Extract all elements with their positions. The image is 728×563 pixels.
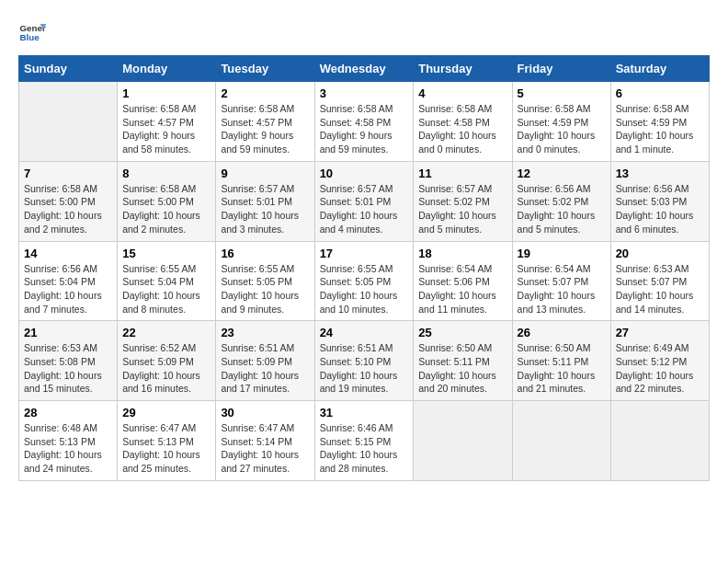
header-thursday: Thursday [414, 56, 512, 82]
day-number: 14 [24, 247, 112, 260]
day-info: Sunrise: 6:57 AMSunset: 5:01 PMDaylight:… [320, 182, 409, 236]
week-row-1: 1Sunrise: 6:58 AMSunset: 4:57 PMDaylight… [19, 82, 710, 162]
day-info: Sunrise: 6:58 AMSunset: 4:59 PMDaylight:… [518, 102, 606, 156]
calendar-cell: 5Sunrise: 6:58 AMSunset: 4:59 PMDaylight… [512, 82, 610, 162]
day-number: 2 [221, 86, 309, 100]
calendar-cell: 17Sunrise: 6:55 AMSunset: 5:05 PMDayligh… [314, 241, 414, 321]
day-number: 9 [221, 167, 309, 180]
calendar-cell [512, 401, 610, 481]
logo-icon: General Blue [18, 18, 46, 46]
header-friday: Friday [512, 56, 610, 82]
day-number: 3 [320, 86, 409, 100]
calendar-cell: 30Sunrise: 6:47 AMSunset: 5:14 PMDayligh… [216, 401, 314, 481]
calendar-cell: 12Sunrise: 6:56 AMSunset: 5:02 PMDayligh… [512, 161, 610, 241]
day-info: Sunrise: 6:57 AMSunset: 5:02 PMDaylight:… [418, 182, 506, 236]
calendar-cell: 27Sunrise: 6:49 AMSunset: 5:12 PMDayligh… [610, 321, 709, 401]
calendar-cell: 4Sunrise: 6:58 AMSunset: 4:58 PMDaylight… [414, 82, 512, 162]
calendar-cell: 25Sunrise: 6:50 AMSunset: 5:11 PMDayligh… [414, 321, 512, 401]
day-number: 15 [122, 247, 210, 260]
day-info: Sunrise: 6:55 AMSunset: 5:04 PMDaylight:… [122, 262, 210, 316]
day-info: Sunrise: 6:56 AMSunset: 5:03 PMDaylight:… [616, 182, 704, 236]
day-number: 16 [221, 247, 309, 260]
day-number: 10 [320, 167, 409, 180]
day-info: Sunrise: 6:50 AMSunset: 5:11 PMDaylight:… [518, 341, 606, 396]
day-info: Sunrise: 6:54 AMSunset: 5:06 PMDaylight:… [418, 262, 506, 316]
calendar-cell: 21Sunrise: 6:53 AMSunset: 5:08 PMDayligh… [19, 321, 118, 401]
day-info: Sunrise: 6:58 AMSunset: 5:00 PMDaylight:… [24, 182, 112, 236]
calendar-cell: 9Sunrise: 6:57 AMSunset: 5:01 PMDaylight… [216, 161, 314, 241]
week-row-4: 21Sunrise: 6:53 AMSunset: 5:08 PMDayligh… [19, 321, 710, 401]
day-info: Sunrise: 6:55 AMSunset: 5:05 PMDaylight:… [320, 262, 409, 316]
calendar-cell [610, 401, 709, 481]
day-number: 7 [24, 167, 112, 180]
logo: General Blue [18, 18, 50, 46]
day-info: Sunrise: 6:51 AMSunset: 5:10 PMDaylight:… [320, 341, 409, 396]
day-info: Sunrise: 6:58 AMSunset: 4:57 PMDaylight:… [221, 102, 309, 156]
day-number: 19 [518, 247, 606, 260]
calendar-cell [19, 82, 118, 162]
day-info: Sunrise: 6:51 AMSunset: 5:09 PMDaylight:… [221, 341, 309, 396]
day-info: Sunrise: 6:47 AMSunset: 5:14 PMDaylight:… [221, 421, 309, 476]
day-info: Sunrise: 6:46 AMSunset: 5:15 PMDaylight:… [320, 421, 409, 476]
day-info: Sunrise: 6:58 AMSunset: 5:00 PMDaylight:… [122, 182, 210, 236]
calendar-cell: 19Sunrise: 6:54 AMSunset: 5:07 PMDayligh… [512, 241, 610, 321]
day-info: Sunrise: 6:55 AMSunset: 5:05 PMDaylight:… [221, 262, 309, 316]
calendar-cell: 11Sunrise: 6:57 AMSunset: 5:02 PMDayligh… [414, 161, 512, 241]
day-number: 28 [24, 406, 112, 419]
calendar-cell: 23Sunrise: 6:51 AMSunset: 5:09 PMDayligh… [216, 321, 314, 401]
header-sunday: Sunday [19, 56, 118, 82]
calendar-cell: 20Sunrise: 6:53 AMSunset: 5:07 PMDayligh… [610, 241, 709, 321]
day-number: 17 [320, 247, 409, 260]
calendar-cell: 2Sunrise: 6:58 AMSunset: 4:57 PMDaylight… [216, 82, 314, 162]
calendar-cell: 8Sunrise: 6:58 AMSunset: 5:00 PMDaylight… [118, 161, 216, 241]
calendar-cell: 16Sunrise: 6:55 AMSunset: 5:05 PMDayligh… [216, 241, 314, 321]
calendar-cell: 29Sunrise: 6:47 AMSunset: 5:13 PMDayligh… [118, 401, 216, 481]
calendar-cell: 24Sunrise: 6:51 AMSunset: 5:10 PMDayligh… [314, 321, 414, 401]
day-number: 12 [518, 167, 606, 180]
calendar-cell [414, 401, 512, 481]
calendar-cell: 22Sunrise: 6:52 AMSunset: 5:09 PMDayligh… [118, 321, 216, 401]
calendar-cell: 6Sunrise: 6:58 AMSunset: 4:59 PMDaylight… [610, 82, 709, 162]
calendar-cell: 18Sunrise: 6:54 AMSunset: 5:06 PMDayligh… [414, 241, 512, 321]
header-tuesday: Tuesday [216, 56, 314, 82]
calendar-cell: 13Sunrise: 6:56 AMSunset: 5:03 PMDayligh… [610, 161, 709, 241]
svg-text:Blue: Blue [20, 32, 40, 42]
day-number: 26 [518, 326, 606, 339]
day-number: 20 [616, 247, 704, 260]
calendar-header-row: SundayMondayTuesdayWednesdayThursdayFrid… [19, 56, 710, 82]
day-number: 29 [122, 406, 210, 419]
day-number: 18 [418, 247, 506, 260]
day-number: 23 [221, 326, 309, 339]
week-row-5: 28Sunrise: 6:48 AMSunset: 5:13 PMDayligh… [19, 401, 710, 481]
page-header: General Blue [18, 18, 710, 46]
day-info: Sunrise: 6:56 AMSunset: 5:02 PMDaylight:… [518, 182, 606, 236]
day-number: 24 [320, 326, 409, 339]
day-info: Sunrise: 6:48 AMSunset: 5:13 PMDaylight:… [24, 421, 112, 476]
day-number: 31 [320, 406, 409, 419]
day-info: Sunrise: 6:57 AMSunset: 5:01 PMDaylight:… [221, 182, 309, 236]
day-info: Sunrise: 6:56 AMSunset: 5:04 PMDaylight:… [24, 262, 112, 316]
day-info: Sunrise: 6:58 AMSunset: 4:58 PMDaylight:… [418, 102, 506, 156]
day-info: Sunrise: 6:50 AMSunset: 5:11 PMDaylight:… [418, 341, 506, 396]
day-number: 27 [616, 326, 704, 339]
header-saturday: Saturday [610, 56, 709, 82]
day-info: Sunrise: 6:49 AMSunset: 5:12 PMDaylight:… [616, 341, 704, 396]
day-number: 22 [122, 326, 210, 339]
day-info: Sunrise: 6:54 AMSunset: 5:07 PMDaylight:… [518, 262, 606, 316]
day-info: Sunrise: 6:58 AMSunset: 4:58 PMDaylight:… [320, 102, 409, 156]
calendar-table: SundayMondayTuesdayWednesdayThursdayFrid… [18, 55, 710, 481]
calendar-cell: 14Sunrise: 6:56 AMSunset: 5:04 PMDayligh… [19, 241, 118, 321]
day-number: 1 [122, 86, 210, 100]
calendar-cell: 1Sunrise: 6:58 AMSunset: 4:57 PMDaylight… [118, 82, 216, 162]
calendar-cell: 7Sunrise: 6:58 AMSunset: 5:00 PMDaylight… [19, 161, 118, 241]
day-number: 8 [122, 167, 210, 180]
day-info: Sunrise: 6:58 AMSunset: 4:57 PMDaylight:… [122, 102, 210, 156]
calendar-cell: 31Sunrise: 6:46 AMSunset: 5:15 PMDayligh… [314, 401, 414, 481]
day-number: 6 [616, 86, 704, 100]
day-info: Sunrise: 6:52 AMSunset: 5:09 PMDaylight:… [122, 341, 210, 396]
day-number: 11 [418, 167, 506, 180]
header-monday: Monday [118, 56, 216, 82]
day-info: Sunrise: 6:53 AMSunset: 5:07 PMDaylight:… [616, 262, 704, 316]
header-wednesday: Wednesday [314, 56, 414, 82]
week-row-2: 7Sunrise: 6:58 AMSunset: 5:00 PMDaylight… [19, 161, 710, 241]
